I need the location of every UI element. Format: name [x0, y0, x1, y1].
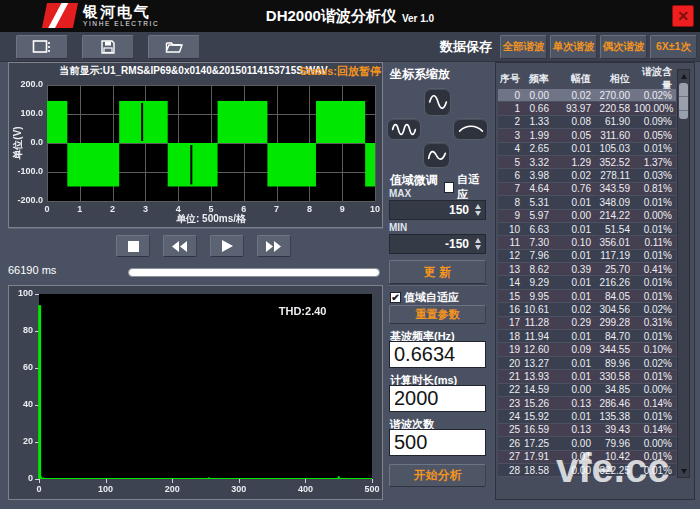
table-row[interactable]: 138.620.3925.700.41%	[498, 263, 676, 276]
playback-status-label: Status:回放暂停	[300, 64, 381, 79]
table-cell: 10	[498, 223, 524, 236]
table-row[interactable]: 2617.250.0079.960.00%	[498, 437, 676, 450]
table-row[interactable]: 21.330.0861.900.09%	[498, 116, 676, 129]
table-row[interactable]: 1811.940.0184.700.01%	[498, 330, 676, 343]
table-cell: 343.59	[595, 182, 634, 195]
table-row[interactable]: 2214.590.0034.850.00%	[498, 384, 676, 397]
title-bar: 银河电气 YINHE ELECTRIC DH2000谐波分析仪 Ver 1.0 …	[0, 0, 700, 32]
table-cell: 16.59	[524, 423, 553, 436]
table-cell: 1	[498, 102, 524, 115]
table-cell: 0.01%	[634, 196, 676, 209]
start-analysis-button[interactable]: 开始分析	[389, 464, 486, 487]
scroll-down-icon[interactable]	[678, 465, 689, 477]
sine-wave-icon	[427, 148, 447, 162]
fast-forward-button[interactable]	[257, 235, 291, 257]
report-button[interactable]	[16, 35, 68, 59]
table-row[interactable]: 2013.270.0189.960.02%	[498, 357, 676, 370]
table-cell: 5.97	[524, 209, 553, 222]
playback-progress-slider[interactable]	[128, 268, 380, 277]
min-value-stepper[interactable]: -150	[389, 234, 486, 254]
table-row[interactable]: 63.980.02278.110.03%	[498, 169, 676, 182]
table-cell: 348.09	[595, 196, 634, 209]
table-cell: 0.01%	[634, 276, 676, 289]
zoom-left-button[interactable]	[387, 118, 421, 140]
col-header-frequency: 频率	[524, 72, 553, 86]
table-row[interactable]: 1711.280.29299.280.31%	[498, 317, 676, 330]
app-title: DH2000谐波分析仪 Ver 1.0	[0, 0, 700, 32]
range-autofit-checkbox[interactable]: ✔	[390, 292, 401, 303]
control-column: 坐标系缩放 值域微调 自适应 MAX 150 MIN -150 更 新	[387, 62, 488, 500]
table-row[interactable]: 1610.610.02304.560.02%	[498, 303, 676, 316]
open-file-button[interactable]	[148, 35, 200, 59]
table-row[interactable]: 117.300.10356.010.11%	[498, 236, 676, 249]
table-cell: 61.90	[595, 115, 634, 128]
app-title-text: DH2000谐波分析仪	[266, 7, 396, 26]
stop-button[interactable]	[116, 235, 150, 257]
table-row[interactable]: 1912.600.09344.550.10%	[498, 343, 676, 356]
table-row[interactable]: 10.6693.97220.58100.00%	[498, 102, 676, 115]
time-bar: 66190 ms	[8, 260, 383, 284]
filter-even-harmonics-button[interactable]: 偶次谐波	[600, 35, 647, 59]
scroll-up-icon[interactable]	[678, 70, 689, 82]
table-cell: 0.39	[553, 263, 595, 276]
zoom-up-button[interactable]	[424, 88, 451, 116]
table-row[interactable]: 2717.910.0110.420.01%	[498, 451, 676, 464]
reset-params-button[interactable]: 重置参数	[389, 305, 486, 324]
table-row[interactable]: 2315.260.13286.460.14%	[498, 397, 676, 410]
table-cell: 0.01%	[634, 223, 676, 236]
filter-all-harmonics-button[interactable]: 全部谐波	[500, 35, 547, 59]
table-row[interactable]: 85.310.01348.090.01%	[498, 196, 676, 209]
table-row[interactable]: 106.630.0151.540.01%	[498, 223, 676, 236]
table-row[interactable]: 2113.930.01330.580.01%	[498, 370, 676, 383]
table-row[interactable]: 159.950.0184.050.01%	[498, 290, 676, 303]
table-row[interactable]: 74.640.76343.590.81%	[498, 183, 676, 196]
table-cell: 0.00	[553, 383, 595, 396]
stepper-arrows-icon[interactable]	[475, 238, 481, 250]
stepper-arrows-icon[interactable]	[475, 204, 481, 216]
table-row[interactable]: 00.000.02270.000.02%	[498, 89, 676, 102]
table-cell: 0.01	[553, 142, 595, 155]
table-row[interactable]: 2415.920.01135.380.01%	[498, 410, 676, 423]
max-value-stepper[interactable]: 150	[389, 200, 486, 220]
table-row[interactable]: 95.970.00214.220.00%	[498, 210, 676, 223]
table-cell: 0	[498, 89, 524, 102]
calc-duration-input[interactable]: 2000	[389, 385, 486, 412]
waveform-chart	[9, 79, 382, 227]
table-row[interactable]: 31.990.05311.600.05%	[498, 129, 676, 142]
harmonic-table-body: 00.000.02270.000.02%10.6693.97220.58100.…	[498, 89, 676, 477]
table-row[interactable]: 2516.590.1339.430.14%	[498, 424, 676, 437]
save-button[interactable]	[82, 35, 134, 59]
update-button[interactable]: 更 新	[389, 260, 486, 284]
play-button[interactable]	[210, 235, 244, 257]
table-cell: 100.00%	[634, 102, 676, 115]
col-header-amplitude: 幅值	[553, 72, 595, 86]
fast-forward-icon	[266, 241, 282, 252]
adaptive-checkbox[interactable]	[444, 182, 454, 193]
table-cell: 0.13	[553, 423, 595, 436]
filter-6x1-harmonics-button[interactable]: 6X±1次	[650, 35, 697, 59]
spectrum-chart	[9, 286, 382, 499]
zoom-down-button[interactable]	[423, 142, 450, 168]
table-cell: 0.02%	[634, 357, 676, 370]
table-row[interactable]: 2818.580.00322.250.01%	[498, 464, 676, 477]
table-row[interactable]: 127.960.01117.190.01%	[498, 250, 676, 263]
table-cell: 0.01	[553, 357, 595, 370]
table-row[interactable]: 42.650.01105.030.01%	[498, 143, 676, 156]
fundamental-freq-input[interactable]: 0.6634	[389, 341, 486, 368]
filter-odd-harmonics-button[interactable]: 单次谐波	[550, 35, 597, 59]
table-cell: 0.29	[553, 316, 595, 329]
scrollbar-thumb[interactable]	[679, 83, 688, 119]
table-row[interactable]: 53.321.29352.521.37%	[498, 156, 676, 169]
table-scrollbar[interactable]	[677, 69, 690, 478]
rewind-button[interactable]	[163, 235, 197, 257]
close-button[interactable]: ✕	[672, 5, 694, 27]
table-cell: 0.13	[553, 397, 595, 410]
table-cell: 0.01%	[634, 450, 676, 463]
table-cell: 0.01%	[634, 410, 676, 423]
table-row[interactable]: 149.290.01216.260.01%	[498, 276, 676, 289]
save-icon	[100, 39, 116, 55]
table-cell: 0.66	[524, 102, 553, 115]
zoom-right-button[interactable]	[453, 118, 488, 140]
harmonic-order-input[interactable]: 500	[389, 429, 486, 456]
col-header-index: 序号	[498, 72, 524, 86]
